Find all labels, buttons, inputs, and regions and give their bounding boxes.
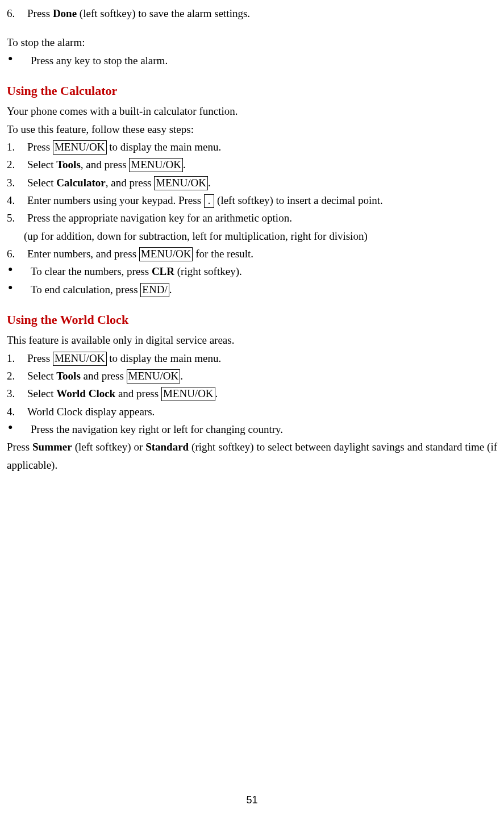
menu-ok-key: MENU/OK xyxy=(154,176,208,190)
step-text: Enter numbers using your keypad. Press .… xyxy=(27,191,383,209)
list-marker: 2. xyxy=(7,156,27,173)
menu-ok-key: MENU/OK xyxy=(53,140,107,155)
world-clock-heading: Using the World Clock xyxy=(7,310,497,330)
list-marker: 3. xyxy=(7,385,27,402)
calc-intro-1: Your phone comes with a built-in calcula… xyxy=(7,102,497,120)
decimal-key: . xyxy=(204,194,215,208)
alarm-step-6: 6. Press Done (left softkey) to save the… xyxy=(7,5,497,22)
calc-step-2: 2. Select Tools, and press MENU/OK. xyxy=(7,156,497,173)
list-marker: 3. xyxy=(7,174,27,191)
menu-ok-key: MENU/OK xyxy=(139,247,193,261)
bullet-icon: ● xyxy=(7,420,31,438)
bullet-icon: ● xyxy=(7,262,31,280)
list-marker: 4. xyxy=(7,191,27,209)
step-text: Select Tools and press MENU/OK. xyxy=(27,367,183,385)
stop-alarm-intro: To stop the alarm: xyxy=(7,34,497,51)
step-text: Select World Clock and press MENU/OK. xyxy=(27,385,218,402)
calc-intro-2: To use this feature, follow these easy s… xyxy=(7,120,497,138)
calc-step-1: 1. Press MENU/OK to display the main men… xyxy=(7,138,497,156)
clock-step-4: 4. World Clock display appears. xyxy=(7,403,497,420)
calc-bullet-end: ● To end calculation, press END/. xyxy=(7,281,497,298)
menu-ok-key: MENU/OK xyxy=(127,369,181,383)
calc-bullet-clear: ● To clear the numbers, press CLR (right… xyxy=(7,262,497,280)
calc-step-3: 3. Select Calculator, and press MENU/OK. xyxy=(7,174,497,191)
menu-ok-key: MENU/OK xyxy=(161,387,215,401)
bullet-text: To end calculation, press END/. xyxy=(31,281,172,298)
bullet-text: To clear the numbers, press CLR (right s… xyxy=(31,262,242,280)
step-text: Select Tools, and press MENU/OK. xyxy=(27,156,186,173)
menu-ok-key: MENU/OK xyxy=(53,352,107,366)
step-text: Select Calculator, and press MENU/OK. xyxy=(27,174,211,191)
step-text: Press MENU/OK to display the main menu. xyxy=(27,349,221,367)
world-clock-label: World Clock xyxy=(56,387,115,399)
list-marker: 4. xyxy=(7,403,27,420)
clock-step-1: 1. Press MENU/OK to display the main men… xyxy=(7,349,497,367)
bullet-icon: ● xyxy=(7,281,31,298)
clock-step-3: 3. Select World Clock and press MENU/OK. xyxy=(7,385,497,402)
done-label: Done xyxy=(53,7,77,19)
summer-label: Summer xyxy=(32,441,72,453)
list-marker: 6. xyxy=(7,245,27,262)
standard-label: Standard xyxy=(145,441,189,453)
tools-label: Tools xyxy=(56,159,81,170)
calculator-label: Calculator xyxy=(56,177,106,189)
bullet-text: Press any key to stop the alarm. xyxy=(31,52,168,69)
calculator-heading: Using the Calculator xyxy=(7,81,497,101)
calc-step-6: 6. Enter numbers, and press MENU/OK for … xyxy=(7,245,497,262)
step-text: Press the appropriate navigation key for… xyxy=(27,209,292,227)
end-key: END/ xyxy=(140,283,169,297)
list-marker: 5. xyxy=(7,209,27,227)
clock-bullet-nav: ● Press the navigation key right or left… xyxy=(7,420,497,438)
stop-alarm-bullet: ● Press any key to stop the alarm. xyxy=(7,52,497,69)
tools-label: Tools xyxy=(56,370,81,382)
list-marker: 2. xyxy=(7,367,27,385)
clr-label: CLR xyxy=(152,265,174,277)
menu-ok-key: MENU/OK xyxy=(129,158,183,172)
step-text: Press MENU/OK to display the main menu. xyxy=(27,138,221,156)
step-text: World Clock display appears. xyxy=(27,403,155,420)
list-marker: 6. xyxy=(7,5,27,22)
bullet-icon: ● xyxy=(7,52,31,69)
list-marker: 1. xyxy=(7,349,27,367)
clock-intro: This feature is available only in digita… xyxy=(7,331,497,349)
page-number: 51 xyxy=(7,792,497,809)
calc-step-5-sub: (up for addition, down for subtraction, … xyxy=(7,227,497,245)
calc-step-5: 5. Press the appropriate navigation key … xyxy=(7,209,497,227)
bullet-text: Press the navigation key right or left f… xyxy=(31,420,283,438)
step-text: Press Done (left softkey) to save the al… xyxy=(27,5,250,22)
step-text: Enter numbers, and press MENU/OK for the… xyxy=(27,245,253,262)
list-marker: 1. xyxy=(7,138,27,156)
calc-step-4: 4. Enter numbers using your keypad. Pres… xyxy=(7,191,497,209)
clock-summer-standard: Press Summer (left softkey) or Standard … xyxy=(7,438,497,474)
clock-step-2: 2. Select Tools and press MENU/OK. xyxy=(7,367,497,385)
